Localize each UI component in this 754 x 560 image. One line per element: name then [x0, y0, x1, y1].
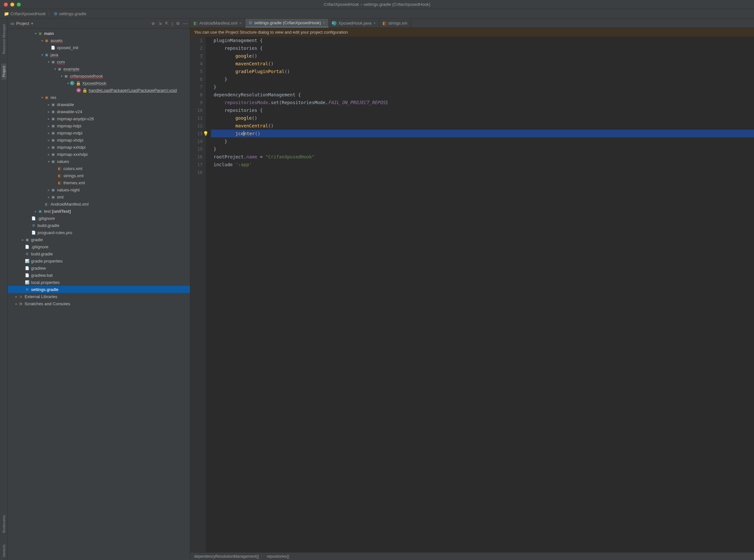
tree-item-values-night[interactable]: ▸▣values-night	[8, 186, 190, 193]
close-icon[interactable]: ×	[323, 21, 325, 25]
tree-item-com[interactable]: ▾▣com	[8, 58, 190, 65]
collapse-all-icon[interactable]: ⇱	[165, 21, 169, 26]
tree-item-mipmap-xhdpi[interactable]: ▸▣mipmap-xhdpi	[8, 137, 190, 143]
footer-breadcrumb-1[interactable]: dependencyResolutionManagement{}	[194, 554, 259, 559]
tab-variants[interactable]: Variants	[1, 542, 6, 560]
tree-item-mipmap-mdpi[interactable]: ▸▣mipmap-mdpi	[8, 129, 190, 137]
tree-item-mipmap-xxxhdpi[interactable]: ▸▣mipmap-xxxhdpi	[8, 151, 190, 158]
left-tool-strip: Resource Manager Project Bookmarks Varia…	[0, 19, 8, 560]
editor-tab-xposedhook-java[interactable]: CXposedHook.java×	[329, 19, 379, 27]
tree-item-local-properties[interactable]: 📊local.properties	[8, 279, 190, 286]
gradle-icon: ⚙	[31, 223, 36, 228]
file-icon: 📄	[25, 273, 30, 278]
hide-panel-icon[interactable]: —	[183, 21, 187, 26]
tree-item-gitignore[interactable]: 📄.gitignore	[8, 215, 190, 222]
gradle-icon: ⚙	[249, 20, 252, 25]
class-icon: C	[332, 21, 336, 25]
folder-icon: ▣	[38, 31, 43, 36]
tree-item-res[interactable]: ▾▣res	[8, 94, 190, 101]
tree-item-androidmanifest[interactable]: ◧AndroidManifest.xml	[8, 200, 190, 207]
code-content[interactable]: pluginManagement { repositories { google…	[211, 37, 754, 552]
tree-item-build-gradle[interactable]: ⚙build.gradle	[8, 222, 190, 229]
close-window-button[interactable]	[4, 3, 8, 6]
tree-item-build-gradle-root[interactable]: ⚙build.gradle	[8, 250, 190, 257]
tree-item-scratches[interactable]: ▸◷Scratches and Consoles	[8, 300, 190, 307]
expand-all-icon[interactable]: ⇲	[158, 21, 162, 26]
file-icon: 📄	[31, 216, 36, 221]
lock-icon: 🔒	[76, 81, 81, 86]
tree-item-themes-xml[interactable]: ◧themes.xml	[8, 179, 190, 186]
tree-item-xposedhook-class[interactable]: ▾C🔒XposedHook	[8, 80, 190, 87]
code-editor[interactable]: 1 2 3 4 5 6 7 8 9 10 11 12 13💡 14 15 16 …	[190, 37, 754, 552]
project-panel: ▭ Project ▾ ⊕ ⇲ ⇱ | ⚙ — ▾▣main ▾▣assets …	[8, 19, 190, 560]
close-icon[interactable]: ×	[373, 21, 376, 25]
tree-item-java[interactable]: ▾▣java	[8, 51, 190, 58]
line-gutter: 1 2 3 4 5 6 7 8 9 10 11 12 13💡 14 15 16 …	[190, 37, 206, 552]
file-icon: 📄	[25, 244, 30, 249]
folder-icon: ▣	[51, 159, 56, 164]
select-opened-file-icon[interactable]: ⊕	[152, 21, 155, 26]
tree-item-drawable[interactable]: ▸▣drawable	[8, 101, 190, 108]
tree-item-example[interactable]: ▾▣example	[8, 65, 190, 73]
folder-icon: ▣	[25, 237, 30, 242]
tree-item-external-libraries[interactable]: ▸⫼External Libraries	[8, 293, 190, 300]
traffic-lights	[0, 3, 21, 6]
folder-icon: ▣	[44, 95, 49, 100]
maximize-window-button[interactable]	[17, 3, 21, 6]
package-icon: ▣	[51, 59, 56, 64]
project-view-dropdown[interactable]: ▾	[31, 21, 33, 26]
properties-icon: 📊	[25, 280, 30, 285]
fold-column[interactable]	[206, 37, 211, 552]
folder-icon: ▣	[51, 194, 56, 200]
folder-icon: ▣	[51, 123, 56, 128]
tree-item-gradle-properties[interactable]: 📊gradle.properties	[8, 257, 190, 264]
close-icon[interactable]: ×	[239, 21, 242, 25]
tree-item-mipmap-xxhdpi[interactable]: ▸▣mipmap-xxhdpi	[8, 143, 190, 151]
tab-resource-manager[interactable]: Resource Manager	[1, 21, 6, 57]
minimize-window-button[interactable]	[11, 3, 14, 6]
tree-item-gitignore-root[interactable]: 📄.gitignore	[8, 243, 190, 250]
gradle-icon: ⚙	[25, 287, 30, 292]
tree-item-mipmap-hdpi[interactable]: ▸▣mipmap-hdpi	[8, 122, 190, 129]
editor-tab-settings-gradle[interactable]: ⚙settings.gradle (CrifanXposedHook)×	[245, 19, 329, 27]
tree-item-proguard[interactable]: 📄proguard-rules.pro	[8, 229, 190, 236]
breadcrumb-file[interactable]: ⚙ settings.gradle	[54, 11, 86, 16]
tree-item-assets[interactable]: ▾▣assets	[8, 37, 190, 44]
intention-bulb-icon[interactable]: 💡	[203, 129, 208, 137]
tree-item-drawable-v24[interactable]: ▸▣drawable-v24	[8, 108, 190, 115]
folder-icon: ▣	[51, 130, 56, 136]
editor-tab-manifest[interactable]: ◧AndroidManifest.xml×	[190, 19, 245, 27]
tree-item-gradlew-bat[interactable]: 📄gradlew.bat	[8, 272, 190, 279]
breadcrumb: 📁 CrifanXposedHook 〉 ⚙ settings.gradle	[0, 9, 754, 19]
tree-item-handleloadpackage[interactable]: m🔒handleLoadPackage(LoadPackageParam):vo…	[8, 87, 190, 94]
settings-icon[interactable]: ⚙	[176, 21, 180, 26]
project-structure-banner[interactable]: You can use the Project Structure dialog…	[190, 28, 754, 37]
package-icon: ▣	[57, 66, 62, 72]
tree-item-settings-gradle[interactable]: ⚙settings.gradle	[8, 286, 190, 293]
tree-item-test[interactable]: ▸▣test [unitTest]	[8, 207, 190, 215]
folder-icon: ▣	[51, 144, 56, 150]
tree-item-xposed-init[interactable]: 📄xposed_init	[8, 44, 190, 51]
file-icon: 📄	[51, 45, 56, 50]
tree-item-xml[interactable]: ▸▣xml	[8, 193, 190, 200]
manifest-icon: ◧	[44, 201, 49, 206]
tree-item-gradlew[interactable]: 📄gradlew	[8, 264, 190, 272]
folder-icon: ▣	[51, 152, 56, 157]
tree-item-crifanxposedhook[interactable]: ▾▣crifanxposedhook	[8, 73, 190, 80]
editor-breadcrumb-footer: dependencyResolutionManagement{} 〉 repos…	[190, 552, 754, 560]
tab-project[interactable]: Project	[1, 63, 6, 80]
file-icon: 📄	[25, 265, 30, 271]
tree-item-mipmap-anydpi-v26[interactable]: ▸▣mipmap-anydpi-v26	[8, 115, 190, 122]
folder-icon: ▣	[51, 137, 56, 143]
tree-item-strings-xml[interactable]: ◧strings.xml	[8, 172, 190, 179]
tree-item-gradle-folder[interactable]: ▸▣gradle	[8, 236, 190, 243]
project-panel-header: ▭ Project ▾ ⊕ ⇲ ⇱ | ⚙ —	[8, 19, 190, 28]
project-tree[interactable]: ▾▣main ▾▣assets 📄xposed_init ▾▣java ▾▣co…	[8, 28, 190, 560]
tree-item-main[interactable]: ▾▣main	[8, 30, 190, 37]
tab-bookmarks[interactable]: Bookmarks	[1, 513, 6, 536]
tree-item-colors-xml[interactable]: ◧colors.xml	[8, 165, 190, 172]
breadcrumb-project[interactable]: 📁 CrifanXposedHook	[4, 11, 46, 16]
editor-tab-strings-xml[interactable]: ◧strings.xm	[379, 19, 411, 27]
tree-item-values[interactable]: ▾▣values	[8, 158, 190, 165]
footer-breadcrumb-2[interactable]: repositories{}	[267, 554, 289, 559]
